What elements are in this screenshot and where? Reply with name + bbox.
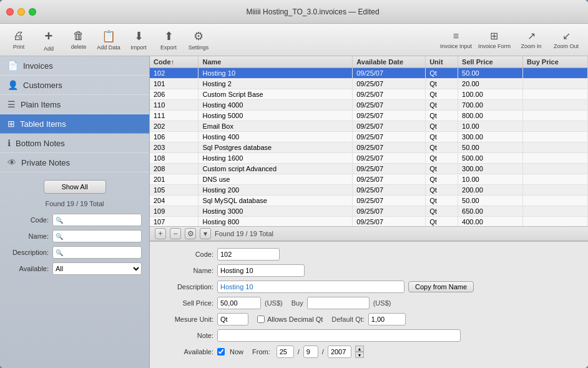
code-filter-input[interactable] <box>63 216 139 224</box>
buy-label: Buy <box>292 299 303 307</box>
table-row[interactable]: 110 Hosting 4000 09/25/07 Qt 700.00 <box>150 100 588 111</box>
cell-name: Email Box <box>198 121 353 132</box>
dropdown-row-button[interactable]: ▾ <box>200 228 211 239</box>
sidebar-item-invoices[interactable]: 📄 Invoices <box>0 56 149 76</box>
zoom-in-button[interactable]: ↗ Zoom In <box>514 26 548 54</box>
cell-available-date: 09/25/07 <box>353 196 426 206</box>
print-icon: 🖨 <box>13 29 24 42</box>
table-row[interactable]: 201 DNS use 09/25/07 Qt 10.00 <box>150 174 588 185</box>
cell-unit: Qt <box>426 121 458 132</box>
sidebar-item-customers[interactable]: 👤 Customers <box>0 76 149 95</box>
cell-name: Hosting 2 <box>198 79 353 89</box>
table-row[interactable]: 208 Custom script Advanced 09/25/07 Qt 3… <box>150 164 588 174</box>
table-row[interactable]: 203 Sql Postgres database 09/25/07 Qt 50… <box>150 142 588 153</box>
sidebar-item-bottom-notes[interactable]: ℹ Bottom Notes <box>0 134 149 153</box>
date-stepper[interactable]: ▲ ▼ <box>355 346 364 358</box>
table-row[interactable]: 109 Hosting 3000 09/25/07 Qt 650.00 <box>150 206 588 217</box>
buy-price-input[interactable] <box>307 297 370 309</box>
available-filter-select[interactable]: All Yes No <box>52 262 142 275</box>
note-input[interactable] <box>217 329 461 342</box>
cell-buy-price <box>523 100 588 111</box>
date-up-button[interactable]: ▲ <box>355 346 364 352</box>
sell-price-input[interactable] <box>217 297 261 309</box>
name-form-input[interactable] <box>217 264 305 277</box>
table-container[interactable]: Code↑ Name Available Date Unit Sell Pric… <box>150 56 588 226</box>
minimize-button[interactable] <box>17 8 25 16</box>
cell-name: Hosting 10 <box>198 68 353 79</box>
import-button[interactable]: ⬇ Import <box>125 26 152 54</box>
copy-name-button[interactable]: Copy from Name <box>408 281 474 292</box>
add-button[interactable]: + Add <box>35 26 62 54</box>
cell-code: 108 <box>150 153 198 164</box>
mesure-unit-row: Mesure Unit: Allows Decimal Qt Default Q… <box>157 313 581 326</box>
col-code[interactable]: Code↑ <box>150 56 198 68</box>
available-day-input[interactable] <box>277 346 294 358</box>
description-form-input[interactable] <box>217 281 404 293</box>
delete-label: delete <box>71 44 87 50</box>
invoice-input-button[interactable]: ≡ Invoice Input <box>438 26 474 54</box>
invoice-form-button[interactable]: ⊞ Invoice Form <box>476 26 513 54</box>
name-row: Name: <box>157 264 581 277</box>
cell-unit: Qt <box>426 79 458 89</box>
available-month-input[interactable] <box>303 346 318 358</box>
table-row[interactable]: 107 Hosting 800 09/25/07 Qt 400.00 <box>150 217 588 227</box>
cell-unit: Qt <box>426 111 458 121</box>
cell-buy-price <box>523 142 588 153</box>
close-button[interactable] <box>6 8 14 16</box>
table-row[interactable]: 101 Hosting 2 09/25/07 Qt 20.00 <box>150 79 588 89</box>
cell-code: 101 <box>150 79 198 89</box>
cell-code: 203 <box>150 142 198 153</box>
table-row[interactable]: 111 Hosting 5000 09/25/07 Qt 800.00 <box>150 111 588 121</box>
date-down-button[interactable]: ▼ <box>355 352 364 358</box>
show-all-button[interactable]: Show All <box>44 180 106 194</box>
name-filter-input[interactable] <box>63 232 139 240</box>
description-filter-input[interactable] <box>63 249 139 256</box>
settings-icon: ⚙ <box>194 29 203 43</box>
zoom-out-icon: ↙ <box>562 30 571 42</box>
available-checkbox[interactable] <box>217 348 225 356</box>
col-unit[interactable]: Unit <box>426 56 458 68</box>
allows-decimal-checkbox[interactable] <box>257 316 265 323</box>
add-row-button[interactable]: + <box>155 228 166 239</box>
sidebar-item-plain-items[interactable]: ☰ Plain Items <box>0 95 149 114</box>
maximize-button[interactable] <box>29 8 36 16</box>
sell-price-row: Sell Price: (US$) Buy (US$) <box>157 297 581 309</box>
detail-form: Code: Name: Description: Copy from Name … <box>150 241 588 368</box>
sidebar-item-tabled-items[interactable]: ⊞ Tabled Items <box>0 114 149 134</box>
table-row[interactable]: 206 Custom Script Base 09/25/07 Qt 100.0… <box>150 89 588 100</box>
export-button[interactable]: ⬆ Export <box>155 26 182 54</box>
default-qt-input[interactable] <box>368 313 406 326</box>
col-buy-price[interactable]: Buy Price <box>523 56 588 68</box>
tabled-items-icon: ⊞ <box>7 119 15 129</box>
col-name[interactable]: Name <box>198 56 353 68</box>
cell-available-date: 09/25/07 <box>353 100 426 111</box>
customers-icon: 👤 <box>7 80 18 90</box>
table-row[interactable]: 108 Hosting 1600 09/25/07 Qt 500.00 <box>150 153 588 164</box>
name-search-icon: 🔍 <box>56 233 63 240</box>
toolbar: 🖨 Print + Add 🗑 delete 📋 Add Data ⬇ Impo… <box>0 24 588 56</box>
mesure-unit-input[interactable] <box>217 313 248 326</box>
add-data-button[interactable]: 📋 Add Data <box>95 26 122 54</box>
table-row[interactable]: 204 Sql MySQL database 09/25/07 Qt 50.00 <box>150 196 588 206</box>
code-filter-row: Code: 🔍 <box>7 214 142 226</box>
cell-sell-price: 700.00 <box>458 100 523 111</box>
available-checkbox-wrap: From: <box>217 348 225 356</box>
remove-row-button[interactable]: − <box>170 228 181 239</box>
available-year-input[interactable] <box>328 346 351 358</box>
table-row[interactable]: 102 Hosting 10 09/25/07 Qt 50.00 <box>150 68 588 79</box>
table-row[interactable]: 202 Email Box 09/25/07 Qt 10.00 <box>150 121 588 132</box>
col-sell-price[interactable]: Sell Price <box>458 56 523 68</box>
zoom-out-button[interactable]: ↙ Zoom Out <box>549 26 583 54</box>
table-row[interactable]: 106 Hosting 400 09/25/07 Qt 300.00 <box>150 132 588 142</box>
content-area: Code↑ Name Available Date Unit Sell Pric… <box>150 56 588 368</box>
code-form-input[interactable] <box>217 248 280 261</box>
sidebar-item-private-notes[interactable]: 👁 Private Notes <box>0 153 149 172</box>
table-row[interactable]: 105 Hosting 200 09/25/07 Qt 200.00 <box>150 185 588 196</box>
allows-decimal-wrap: Allows Decimal Qt <box>257 316 323 323</box>
name-form-label: Name: <box>157 267 213 274</box>
settings-row-button[interactable]: ⚙ <box>185 228 196 239</box>
print-button[interactable]: 🖨 Print <box>5 26 32 54</box>
delete-button[interactable]: 🗑 delete <box>65 26 92 54</box>
col-available-date[interactable]: Available Date <box>353 56 426 68</box>
settings-button[interactable]: ⚙ Settings <box>185 26 212 54</box>
